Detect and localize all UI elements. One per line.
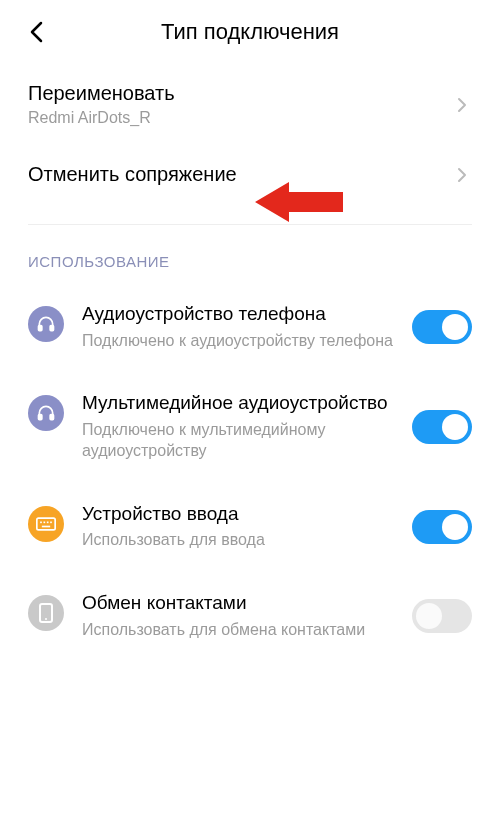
svg-rect-5 [40,521,42,523]
usage-item-phone-audio: Аудиоустройство телефона Подключено к ау… [0,282,500,371]
toggle-media-audio[interactable] [412,410,472,444]
svg-rect-2 [39,415,42,420]
usage-title: Обмен контактами [82,591,400,616]
svg-rect-7 [47,521,49,523]
usage-sub: Подключено к аудиоустройству телефона [82,331,400,352]
usage-sub: Использовать для обмена контактами [82,620,400,641]
usage-item-contacts: Обмен контактами Использовать для обмена… [0,571,500,660]
back-button[interactable] [16,12,56,52]
svg-rect-3 [50,415,53,420]
rename-row[interactable]: Переименовать Redmi AirDots_R [0,64,500,145]
chevron-left-icon [29,21,43,43]
toggle-input-device[interactable] [412,510,472,544]
svg-rect-6 [44,521,46,523]
keyboard-icon [28,506,64,542]
phone-icon [28,595,64,631]
svg-point-11 [45,618,47,620]
chevron-right-icon [452,97,472,113]
usage-title: Аудиоустройство телефона [82,302,400,327]
usage-item-media-audio: Мультимедийное аудиоустройство Подключен… [0,371,500,481]
chevron-right-icon [452,167,472,183]
page-title: Тип подключения [56,19,444,45]
unpair-title: Отменить сопряжение [28,163,452,186]
usage-title: Устройство ввода [82,502,400,527]
svg-rect-9 [42,525,50,527]
rename-title: Переименовать [28,82,452,105]
svg-rect-0 [39,326,42,331]
usage-item-input-device: Устройство ввода Использовать для ввода [0,482,500,571]
toggle-contacts[interactable] [412,599,472,633]
svg-rect-1 [50,326,53,331]
usage-sub: Подключено к мультимедийному аудиоустрой… [82,420,400,462]
toggle-phone-audio[interactable] [412,310,472,344]
usage-sub: Использовать для ввода [82,530,400,551]
svg-rect-8 [50,521,52,523]
rename-sub: Redmi AirDots_R [28,109,452,127]
headphones-icon [28,395,64,431]
svg-rect-4 [37,518,55,530]
usage-title: Мультимедийное аудиоустройство [82,391,400,416]
usage-section-header: ИСПОЛЬЗОВАНИЕ [0,225,500,282]
headphones-icon [28,306,64,342]
unpair-row[interactable]: Отменить сопряжение [0,145,500,204]
